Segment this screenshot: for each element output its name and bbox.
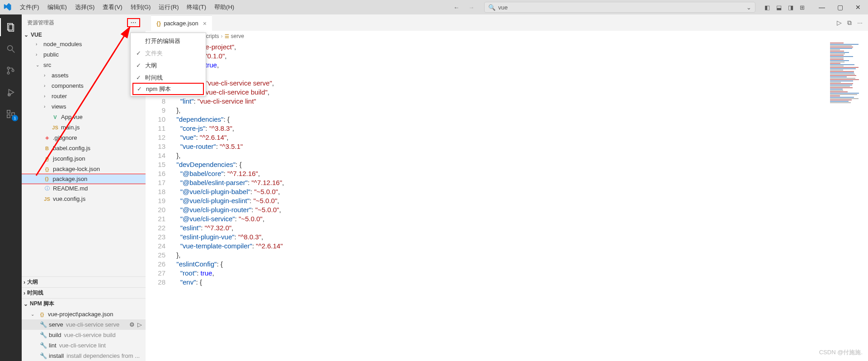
- run-icon[interactable]: ▷: [137, 321, 142, 328]
- tree-item[interactable]: ›public: [22, 49, 146, 60]
- tree-item[interactable]: {}package-lock.json: [22, 164, 146, 174]
- svg-point-6: [12, 70, 14, 72]
- customize-layout-icon[interactable]: ⊞: [798, 3, 807, 12]
- tree-item[interactable]: {}jsconfig.json: [22, 153, 146, 164]
- activity-explorer-icon[interactable]: [0, 18, 22, 36]
- tree-item[interactable]: ⌄src: [22, 60, 146, 70]
- toggle-panel-icon[interactable]: ⬓: [774, 3, 783, 12]
- tree-item[interactable]: ›components: [22, 81, 146, 91]
- tab-action-button[interactable]: ⧉: [847, 19, 852, 27]
- debug-icon[interactable]: ⚙: [129, 321, 135, 328]
- svg-marker-7: [9, 90, 14, 95]
- activity-source-control-icon[interactable]: [0, 62, 22, 80]
- wrench-icon: 🔧: [40, 352, 46, 359]
- menu-item[interactable]: 运行(R): [155, 1, 182, 13]
- activity-bar: 1: [0, 14, 22, 361]
- tree-item-label: vue.config.js: [53, 195, 85, 202]
- close-button[interactable]: ✕: [852, 4, 864, 11]
- file-icon: {}: [43, 155, 51, 162]
- minimap[interactable]: [830, 43, 862, 92]
- workspace-root[interactable]: ⌄VUE: [22, 31, 146, 39]
- tree-item[interactable]: JSmain.js: [22, 122, 146, 133]
- watermark: CSDN @付施施.: [819, 348, 863, 356]
- timeline-section[interactable]: ›时间线: [22, 287, 146, 298]
- toggle-sidebar-icon[interactable]: ◧: [763, 3, 772, 12]
- menu-item[interactable]: 终端(T): [183, 1, 210, 13]
- tree-item-label: package.json: [53, 176, 88, 182]
- tree-item[interactable]: ›router: [22, 91, 146, 101]
- menu-item[interactable]: 帮助(H): [211, 1, 238, 13]
- tree-item-label: node_modules: [43, 41, 82, 48]
- breadcrumb[interactable]: {} package.json›{} scripts›☰ serve: [146, 31, 868, 42]
- tree-item[interactable]: JSvue.config.js: [22, 194, 146, 204]
- check-icon: ✓: [136, 62, 142, 69]
- editor-area: {} package.json × ▷⧉··· {} package.json›…: [146, 14, 868, 361]
- activity-search-icon[interactable]: [0, 40, 22, 58]
- menu-item[interactable]: 转到(G): [127, 1, 155, 13]
- file-icon: ◈: [43, 134, 51, 142]
- menu-item[interactable]: 编辑(E): [44, 1, 71, 13]
- npm-scripts-section[interactable]: ⌄NPM 脚本: [22, 298, 146, 309]
- context-menu-item[interactable]: ✓npm 脚本: [132, 83, 204, 95]
- npm-script-item[interactable]: 🔧install install dependencies from ...: [22, 351, 146, 361]
- tree-item[interactable]: ›views: [22, 101, 146, 112]
- tree-item[interactable]: ›assets: [22, 70, 146, 81]
- activity-debug-icon[interactable]: [0, 83, 22, 101]
- tree-item-label: assets: [52, 72, 69, 79]
- code-lines: ": "vue-project", ion": "0.1.0", ate": t…: [173, 43, 868, 287]
- minimize-button[interactable]: —: [816, 4, 828, 11]
- code-editor[interactable]: 6789101112131415161718192021222324252627…: [146, 42, 868, 287]
- check-icon: ✓: [136, 50, 142, 57]
- npm-package-root[interactable]: ⌄{}vue-project\package.json: [22, 309, 146, 319]
- toggle-secondary-icon[interactable]: ◨: [786, 3, 795, 12]
- context-menu-item[interactable]: ✓文件夹: [131, 47, 206, 59]
- check-icon: ✓: [136, 74, 142, 81]
- outline-section[interactable]: ›大纲: [22, 276, 146, 287]
- sidebar-header: 资源管理器 ···: [22, 14, 146, 31]
- maximize-button[interactable]: ▢: [834, 4, 846, 11]
- nav-forward-button[interactable]: →: [466, 3, 477, 12]
- tab-close-icon[interactable]: ×: [203, 20, 207, 27]
- tab-actions: ▷⧉···: [837, 19, 863, 27]
- npm-script-item[interactable]: 🔧build vue-cli-service build: [22, 330, 146, 340]
- nav-back-button[interactable]: ←: [451, 3, 462, 12]
- search-icon: 🔍: [488, 4, 495, 11]
- context-menu-item[interactable]: ✓大纲: [131, 59, 206, 71]
- sidebar: 资源管理器 ··· ⌄VUE ›node_modules›public⌄src›…: [22, 14, 146, 361]
- tree-item-label: public: [43, 51, 59, 58]
- tree-item[interactable]: ◈.gitignore: [22, 133, 146, 143]
- tree-item[interactable]: VApp.vue: [22, 112, 146, 122]
- activity-extensions-icon[interactable]: 1: [0, 105, 22, 123]
- breadcrumb-label: serve: [231, 33, 244, 39]
- tree-item[interactable]: {}package.json: [22, 174, 146, 184]
- tree-item-label: router: [52, 93, 67, 100]
- tree-item-label: jsconfig.json: [53, 155, 85, 162]
- menu-item[interactable]: 查看(V): [99, 1, 126, 13]
- file-icon: V: [52, 114, 59, 121]
- npm-script-item[interactable]: 🔧serve vue-cli-service serve⚙▷: [22, 319, 146, 330]
- context-menu-item[interactable]: ✓时间线: [131, 71, 206, 84]
- context-menu-item[interactable]: 打开的编辑器: [131, 35, 206, 47]
- command-center-search[interactable]: 🔍 vue ⌄: [484, 2, 755, 13]
- tree-item-label: views: [52, 103, 66, 110]
- file-icon: B: [43, 145, 51, 152]
- tree-item[interactable]: ›node_modules: [22, 39, 146, 49]
- file-icon: JS: [43, 195, 51, 203]
- tab-package-json[interactable]: {} package.json ×: [151, 15, 212, 31]
- tree-item[interactable]: Bbabel.config.js: [22, 143, 146, 153]
- tab-action-button[interactable]: ▷: [837, 19, 842, 27]
- svg-point-5: [7, 72, 9, 74]
- vscode-logo-icon: [4, 3, 12, 11]
- tree-item[interactable]: ⓘREADME.md: [22, 183, 146, 194]
- nav-buttons: ← →: [451, 3, 477, 12]
- search-value: vue: [498, 4, 508, 11]
- tab-label: package.json: [164, 20, 198, 27]
- wrench-icon: 🔧: [40, 332, 46, 338]
- menu-item[interactable]: 选择(S): [71, 1, 98, 13]
- sidebar-more-button[interactable]: ···: [127, 18, 140, 27]
- tree-item-label: babel.config.js: [53, 145, 90, 152]
- json-file-icon: {}: [156, 20, 161, 27]
- tab-action-button[interactable]: ···: [857, 19, 863, 27]
- menu-item[interactable]: 文件(F): [16, 1, 43, 13]
- npm-script-item[interactable]: 🔧lint vue-cli-service lint: [22, 340, 146, 351]
